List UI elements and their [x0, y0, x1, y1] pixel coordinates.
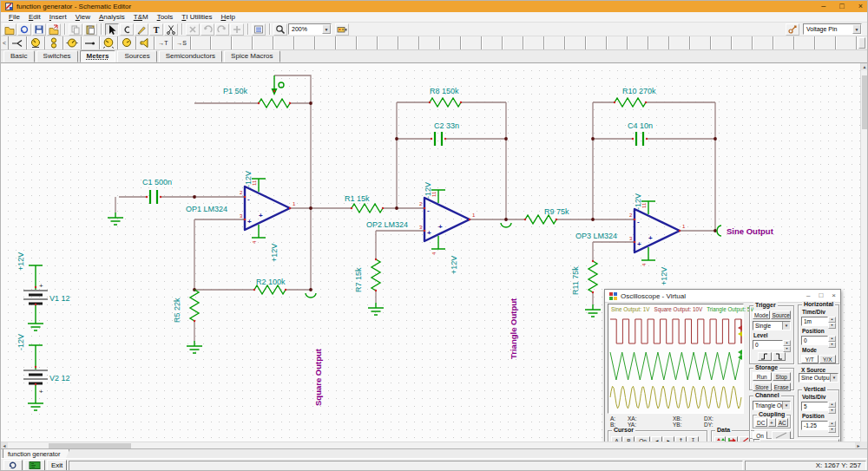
close-button[interactable]: × [858, 3, 863, 10]
label-v2[interactable]: V2 12 [49, 374, 70, 383]
label-op2[interactable]: OP2 LM324 [366, 220, 408, 229]
zoom-tool-button[interactable] [273, 23, 287, 36]
spinner-arrows[interactable]: ▲▼ [828, 336, 836, 345]
current-probe-icon[interactable] [9, 36, 27, 49]
ammeter-icon[interactable] [63, 36, 82, 49]
component-v2-battery[interactable]: + [23, 345, 48, 398]
label-r10[interactable]: R10 270k [622, 87, 656, 95]
speaker-icon[interactable] [136, 36, 155, 49]
mode-yt-button[interactable]: Y/T [801, 355, 819, 363]
scope-maximize-button[interactable]: □ [819, 292, 823, 299]
label-r1[interactable]: R1 15k [345, 194, 370, 203]
scope-close-button[interactable]: × [832, 292, 836, 299]
vposition-spinner[interactable]: -1.25▲▼ [801, 421, 836, 430]
menu-item-tools[interactable]: Tools [153, 13, 178, 21]
label-triangle-output[interactable]: Triangle Output [509, 298, 518, 359]
trigger-level-spinner[interactable]: 0 ▲▼ [753, 340, 791, 350]
storage-erase-button[interactable]: Erase [773, 383, 792, 391]
oscilloscope-window[interactable]: Oscilloscope - Virtual – □ × Sine Output… [604, 289, 841, 442]
output-connectors[interactable] [306, 223, 721, 298]
mode-yx-button[interactable]: Y/X [819, 355, 837, 363]
coupling-ac-button[interactable]: AC [777, 418, 789, 427]
storage-run-button[interactable]: Run [753, 372, 772, 381]
text-tool-button[interactable]: T [149, 23, 163, 36]
component-c1-capacitor[interactable] [150, 190, 157, 204]
spinner-arrows[interactable]: ▲▼ [828, 421, 836, 430]
menu-item-insert[interactable]: Insert [45, 13, 71, 21]
pin-probe-icon[interactable] [82, 36, 100, 49]
zoom-level-select[interactable]: 200%▼ [288, 23, 332, 35]
spinner-arrows[interactable]: ▲▼ [828, 402, 836, 411]
label-r7[interactable]: R7 15k [354, 267, 363, 292]
select-tool-button[interactable] [105, 23, 119, 36]
trigger-mode-button[interactable]: Mode [753, 311, 770, 319]
label-c2[interactable]: C2 33n [434, 121, 459, 130]
battery-check-button[interactable] [335, 23, 349, 36]
component-r10-resistor[interactable] [615, 98, 646, 107]
to-t-meter-icon[interactable]: →T [155, 36, 173, 49]
hposition-spinner[interactable]: 0▲▼ [801, 336, 836, 345]
component-op2-opamp[interactable]: 2 3 1 11 4 - + + [419, 190, 476, 255]
trace-marker-green2[interactable] [738, 355, 742, 360]
voltage-pin-icon[interactable] [786, 23, 799, 36]
label-r9[interactable]: R9 75k [544, 207, 569, 216]
storage-stop-button[interactable]: Stop [773, 372, 792, 381]
multimeter-icon[interactable] [100, 36, 118, 49]
tab-spice-macros[interactable]: Spice Macros [224, 50, 279, 62]
xsource-select[interactable]: Sine Outpu▼ [799, 373, 838, 383]
rising-edge-button[interactable] [758, 352, 772, 361]
wire-tool-button[interactable] [120, 23, 134, 36]
cut-tool-button[interactable] [164, 23, 178, 36]
storage-store-button[interactable]: Store [753, 383, 772, 391]
trigger-source-button[interactable]: Source [771, 311, 791, 319]
label-op1[interactable]: OP1 LM324 [186, 205, 227, 213]
scroll-up-icon[interactable]: ▲ [861, 63, 868, 70]
menu-item-file[interactable]: File [4, 13, 24, 21]
coupling-dc-button[interactable]: DC [755, 418, 767, 427]
component-c4-capacitor[interactable] [636, 132, 643, 146]
vertical-scroll-thumb[interactable] [862, 75, 867, 129]
label-p1[interactable]: P1 50k [223, 87, 248, 95]
recalculate-button[interactable] [3, 460, 23, 471]
menu-item-ti-utilities[interactable]: TI Utilities [177, 13, 216, 21]
component-v1-battery[interactable]: + [23, 265, 48, 318]
label-op3[interactable]: OP3 LM324 [575, 232, 617, 240]
label-r8[interactable]: R8 150k [430, 87, 459, 95]
exit-button[interactable]: Exit [47, 460, 67, 471]
vertical-scrollbar[interactable]: ▲ ▼ [860, 63, 867, 448]
tab-basic[interactable]: Basic [3, 50, 35, 62]
maximize-button[interactable]: □ [839, 3, 844, 10]
component-list-button[interactable] [252, 23, 266, 36]
voltmeter-icon[interactable] [27, 36, 45, 49]
coupling-ground-button[interactable]: + [768, 418, 776, 427]
channel-select[interactable]: Triangle Outp▼ [753, 401, 791, 410]
label-c1[interactable]: C1 500n [142, 178, 172, 186]
trace-marker-yellow[interactable] [738, 331, 742, 337]
reopen-button[interactable] [17, 23, 31, 36]
menu-item-view[interactable]: View [71, 13, 95, 21]
component-r2-resistor[interactable] [254, 285, 286, 294]
tab-semiconductors[interactable]: Semiconductors [159, 50, 222, 62]
paste-button[interactable] [83, 23, 97, 36]
pencil-tool-button[interactable] [135, 23, 148, 36]
label-r11[interactable]: R11 75k [571, 266, 580, 295]
label-r2[interactable]: R2 100k [256, 278, 286, 286]
tab-sources[interactable]: Sources [117, 50, 156, 62]
menu-item-help[interactable]: Help [216, 13, 239, 21]
label-r5[interactable]: R5 22k [173, 298, 181, 323]
board-view-button[interactable] [24, 460, 45, 471]
open-file-button[interactable] [3, 23, 16, 36]
spinner-arrows[interactable]: ▲▼ [783, 340, 791, 350]
falling-edge-button[interactable] [773, 352, 786, 361]
toolbar-scroll-left[interactable]: < [1, 36, 9, 49]
minimize-button[interactable]: – [821, 3, 825, 10]
label-square-output[interactable]: Square Output [313, 348, 323, 406]
trace-marker-red[interactable] [738, 325, 742, 330]
label-sine-output[interactable]: Sine Output [727, 226, 774, 236]
voltsdiv-spinner[interactable]: 5▲▼ [801, 402, 836, 411]
spinner-arrows[interactable]: ▲▼ [828, 317, 836, 326]
pin-mode-select[interactable]: Voltage Pin▼ [803, 23, 862, 35]
component-r5-resistor[interactable] [190, 290, 199, 321]
timediv-spinner[interactable]: 1m▲▼ [801, 317, 836, 326]
scope-minimize-button[interactable]: – [806, 292, 810, 299]
